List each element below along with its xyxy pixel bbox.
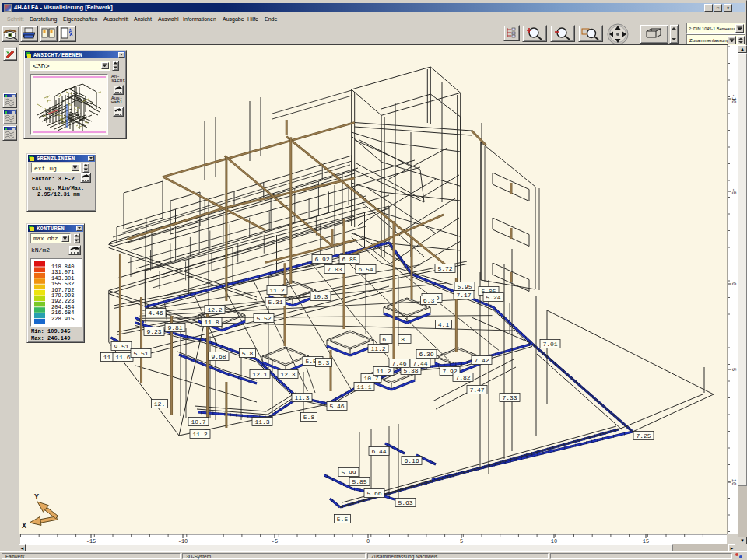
- svg-text:5.72: 5.72: [437, 265, 452, 272]
- svg-text:10.7: 10.7: [363, 375, 378, 382]
- svg-text:15: 15: [643, 538, 649, 544]
- svg-text:7.46: 7.46: [391, 360, 406, 367]
- svg-text:7.47: 7.47: [469, 387, 484, 394]
- svg-text:11.2: 11.2: [192, 431, 207, 438]
- svg-text:6.85: 6.85: [342, 256, 356, 263]
- svg-text:6.16: 6.16: [404, 457, 419, 464]
- svg-text:-15: -15: [86, 538, 96, 544]
- svg-text:5.31: 5.31: [268, 299, 282, 306]
- svg-text:10: 10: [551, 538, 557, 544]
- svg-text:5.63: 5.63: [398, 499, 412, 506]
- svg-text:6.: 6.: [382, 336, 390, 343]
- svg-text:4.46: 4.46: [148, 310, 163, 317]
- svg-text:5.66: 5.66: [366, 490, 381, 497]
- svg-text:5.8: 5.8: [242, 350, 254, 357]
- svg-text:11.2: 11.2: [269, 287, 284, 294]
- svg-text:11.3: 11.3: [254, 418, 269, 425]
- svg-text:5.51: 5.51: [133, 350, 148, 357]
- svg-text:Y: Y: [34, 493, 39, 502]
- svg-text:-10: -10: [178, 538, 188, 544]
- svg-text:12.3: 12.3: [280, 371, 295, 378]
- svg-text:7.33: 7.33: [502, 394, 517, 401]
- svg-text:7.25: 7.25: [636, 432, 651, 439]
- svg-text:5.24: 5.24: [486, 294, 500, 301]
- svg-text:-10: -10: [731, 94, 737, 104]
- svg-text:5.85: 5.85: [352, 478, 366, 485]
- svg-text:0: 0: [366, 538, 370, 544]
- svg-text:11.3: 11.3: [294, 394, 309, 401]
- svg-text:5.99: 5.99: [341, 469, 356, 476]
- svg-text:5: 5: [460, 538, 463, 544]
- svg-text:7.01: 7.01: [542, 341, 557, 348]
- svg-text:5.95: 5.95: [457, 283, 472, 290]
- svg-text:9.23: 9.23: [146, 328, 161, 335]
- svg-text:6.3: 6.3: [423, 297, 435, 304]
- svg-text:7.42: 7.42: [474, 357, 489, 364]
- svg-text:10: 10: [731, 479, 737, 485]
- svg-text:7.44: 7.44: [412, 360, 427, 367]
- svg-text:11.6: 11.6: [115, 354, 130, 361]
- svg-text:5: 5: [731, 368, 737, 371]
- svg-text:8.: 8.: [401, 336, 409, 343]
- svg-text:12.: 12.: [154, 401, 165, 408]
- svg-text:X: X: [22, 522, 26, 530]
- svg-text:6.92: 6.92: [314, 256, 329, 263]
- svg-text:10.3: 10.3: [313, 293, 328, 300]
- svg-text:-5: -5: [731, 188, 737, 194]
- svg-text:6.39: 6.39: [419, 351, 433, 358]
- svg-text:11.1: 11.1: [356, 383, 371, 390]
- svg-text:9.81: 9.81: [167, 324, 182, 331]
- svg-text:7.17: 7.17: [456, 292, 471, 299]
- svg-text:5.46: 5.46: [329, 403, 344, 410]
- svg-text:11.8: 11.8: [204, 319, 219, 326]
- svg-text:6.54: 6.54: [358, 266, 373, 273]
- svg-text:6.44: 6.44: [371, 448, 386, 455]
- svg-text:10.7: 10.7: [191, 418, 205, 425]
- svg-text:-5: -5: [272, 538, 278, 544]
- svg-text:5.52: 5.52: [256, 315, 271, 322]
- svg-text:7.82: 7.82: [455, 374, 470, 381]
- svg-text:9.68: 9.68: [211, 353, 226, 360]
- svg-text:12.1: 12.1: [252, 371, 267, 378]
- svg-text:5.3: 5.3: [318, 359, 330, 366]
- svg-text:5.5: 5.5: [337, 516, 349, 523]
- svg-text:11.2: 11.2: [376, 368, 391, 375]
- svg-text:5.8: 5.8: [303, 414, 315, 421]
- svg-text:4.1: 4.1: [438, 321, 450, 328]
- svg-text:7.03: 7.03: [327, 266, 342, 273]
- svg-text:12.2: 12.2: [207, 306, 222, 313]
- svg-text:5.38: 5.38: [403, 367, 418, 374]
- svg-text:0: 0: [731, 282, 737, 285]
- svg-text:9.51: 9.51: [114, 343, 128, 350]
- svg-text:11.2: 11.2: [370, 345, 385, 352]
